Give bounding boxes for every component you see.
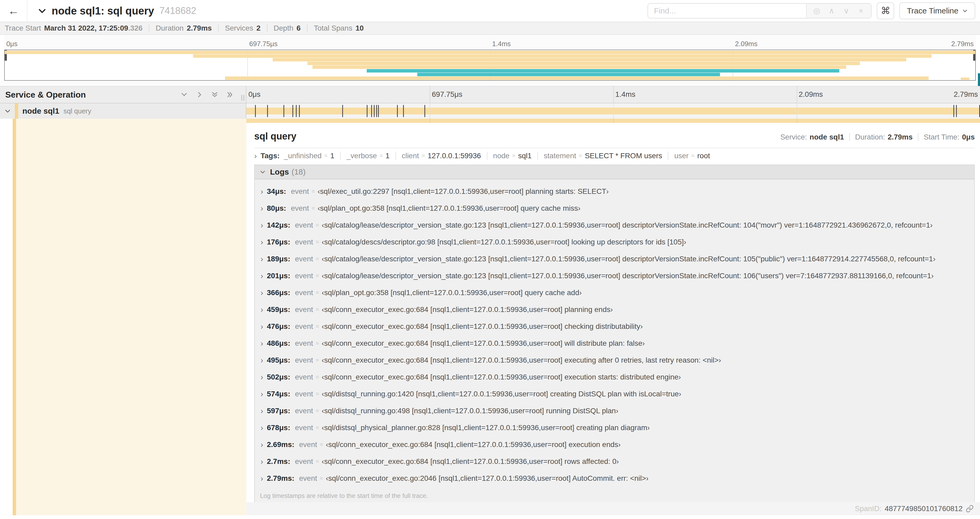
log-row[interactable]: ›502μs:event=‹sql/conn_executor_exec.go:… [255, 369, 974, 386]
previous-match-icon[interactable]: ∧ [824, 4, 839, 18]
log-row[interactable]: ›495μs:event=‹sql/conn_executor_exec.go:… [255, 352, 974, 369]
tag-value: sql1 [518, 152, 531, 160]
detail-left-background [16, 119, 246, 123]
equals-sign: = [316, 424, 319, 431]
log-marker-tick [283, 105, 284, 117]
span-track[interactable] [246, 103, 980, 119]
log-row[interactable]: ›189μs:event=‹sql/catalog/lease/descript… [255, 251, 974, 267]
chevron-right-icon: › [254, 152, 257, 160]
chevron-right-icon: › [261, 407, 263, 415]
expand-all-icon[interactable] [211, 91, 218, 98]
clear-search-icon[interactable]: × [854, 4, 868, 18]
span-color-stripe [13, 119, 16, 123]
log-timestamp: 495μs: [267, 356, 290, 364]
span-row[interactable]: node sql1 sql query [0, 103, 980, 119]
trace-view-selector[interactable]: Trace Timeline [899, 2, 975, 19]
log-value: ‹sql/conn_executor_exec.go:684 [nsql1,cl… [322, 339, 645, 348]
log-timestamp: 2.79ms: [267, 474, 294, 482]
equals-sign: = [316, 357, 319, 364]
log-marker-tick [367, 105, 368, 117]
stat-item: Services2 [225, 24, 261, 32]
log-row[interactable]: ›201μs:event=‹sql/catalog/lease/descript… [255, 267, 974, 284]
timeline-gridline [797, 119, 797, 123]
timeline-gridline [613, 103, 614, 119]
deep-link-icon[interactable] [966, 505, 974, 513]
span-service-name: node sql1 [22, 107, 59, 115]
tag-key: node [493, 152, 509, 160]
log-row[interactable]: ›34μs:event=‹sql/exec_util.go:2297 [nsql… [255, 183, 974, 200]
scrollbar-thumb[interactable] [978, 73, 980, 86]
log-row[interactable]: ›597μs:event=‹sql/distsql_running.go:498… [255, 402, 974, 419]
tag-key: user [674, 152, 688, 160]
log-marker-tick [956, 105, 957, 117]
column-resizer-grip[interactable] [241, 95, 244, 101]
log-row[interactable]: ›486μs:event=‹sql/conn_executor_exec.go:… [255, 335, 974, 352]
trace-collapse-chevron-icon[interactable] [37, 6, 47, 16]
ruler-tick-label: 1.4ms [616, 90, 635, 99]
stat-value: 2 [256, 24, 261, 32]
trace-view-label: Trace Timeline [907, 6, 958, 15]
tags-accordion-row[interactable]: › Tags: _unfinished=1_verbose=1client=12… [254, 148, 975, 163]
detail-accent-row [0, 119, 980, 123]
log-row[interactable]: ›366μs:event=‹sql/plan_opt.go:358 [nsql1… [255, 284, 974, 301]
separator [340, 152, 340, 160]
log-value: ‹sql/catalog/lease/descriptor_version_st… [322, 221, 932, 230]
log-row[interactable]: ›80μs:event=‹sql/plan_opt.go:358 [nsql1,… [255, 200, 974, 217]
log-row[interactable]: ›176μs:event=‹sql/catalog/descs/descript… [255, 234, 974, 251]
span-row-name-cell[interactable]: node sql1 sql query [0, 103, 246, 119]
ruler-tick-label: 697.75μs [432, 90, 462, 99]
focus-match-icon[interactable]: ◎ [809, 4, 824, 18]
minimap-span-bar [225, 77, 929, 80]
collapse-all-icon[interactable] [226, 91, 234, 98]
equals-sign: = [316, 407, 319, 414]
ruler-tick-label: 2.09ms [735, 40, 757, 48]
find-input[interactable] [648, 4, 806, 18]
back-button[interactable]: ← [0, 0, 27, 22]
stat-item: Duration2.79ms [156, 24, 212, 32]
span-collapse-chevron-icon[interactable] [4, 108, 11, 115]
minimap-span-bar [417, 73, 720, 76]
keyboard-shortcuts-button[interactable]: ⌘ [877, 2, 894, 19]
stat-value: 2.79ms [187, 24, 212, 32]
log-key: event [295, 305, 313, 314]
separator [850, 133, 850, 141]
chevron-right-icon: › [261, 474, 263, 482]
collapse-one-icon[interactable] [196, 91, 203, 98]
log-row[interactable]: ›2.79ms:event=‹sql/conn_executor_exec.go… [255, 470, 974, 487]
minimap-canvas[interactable] [4, 50, 976, 81]
log-row[interactable]: ›459μs:event=‹sql/conn_executor_exec.go:… [255, 301, 974, 318]
tag-item: node=sql1 [493, 152, 532, 160]
chevron-right-icon: › [261, 441, 263, 449]
log-marker-tick [397, 105, 398, 117]
stat-label: Total Spans [314, 24, 352, 32]
next-match-icon[interactable]: ∨ [839, 4, 854, 18]
log-value: ‹sql/conn_executor_exec.go:684 [nsql1,cl… [322, 457, 619, 466]
page-title[interactable]: node sql1: sql query [52, 5, 154, 17]
service-operation-header: Service & Operation [0, 86, 246, 103]
log-value: ‹sql/conn_executor_exec.go:684 [nsql1,cl… [322, 356, 721, 364]
minimap-span-bar [367, 69, 839, 72]
timeline-ruler: 0μs697.75μs1.4ms2.09ms2.79ms [246, 86, 980, 103]
log-value: ‹sql/catalog/lease/descriptor_version_st… [322, 255, 935, 263]
log-row[interactable]: ›476μs:event=‹sql/conn_executor_exec.go:… [255, 318, 974, 335]
minimap-ruler: 0μs697.75μs1.4ms2.09ms2.79ms [4, 35, 976, 50]
log-row[interactable]: ›678μs:event=‹sql/distsql_physical_plann… [255, 419, 974, 436]
log-value: ‹sql/conn_executor_exec.go:2046 [nsql1,c… [326, 474, 649, 482]
log-row[interactable]: ›574μs:event=‹sql/distsql_running.go:142… [255, 386, 974, 402]
span-id-label: SpanID: [855, 505, 881, 513]
expand-one-icon[interactable] [180, 91, 188, 98]
overview-value: 2.79ms [888, 133, 913, 141]
log-marker-tick [425, 105, 425, 117]
ruler-tick-label: 2.09ms [799, 90, 823, 99]
chevron-right-icon: › [261, 255, 263, 263]
timeline-gridline [613, 119, 614, 123]
equals-sign: = [316, 374, 319, 380]
log-row[interactable]: ›2.7ms:event=‹sql/conn_executor_exec.go:… [255, 453, 974, 470]
tag-item: client=127.0.0.1:59936 [402, 152, 481, 160]
log-timestamp: 476μs: [267, 322, 290, 331]
log-value: ‹sql/conn_executor_exec.go:684 [nsql1,cl… [326, 441, 620, 449]
logs-header[interactable]: Logs (18) [255, 165, 974, 179]
log-row[interactable]: ›2.69ms:event=‹sql/conn_executor_exec.go… [255, 436, 974, 453]
log-row[interactable]: ›142μs:event=‹sql/catalog/lease/descript… [255, 217, 974, 234]
equals-sign: = [316, 458, 319, 465]
